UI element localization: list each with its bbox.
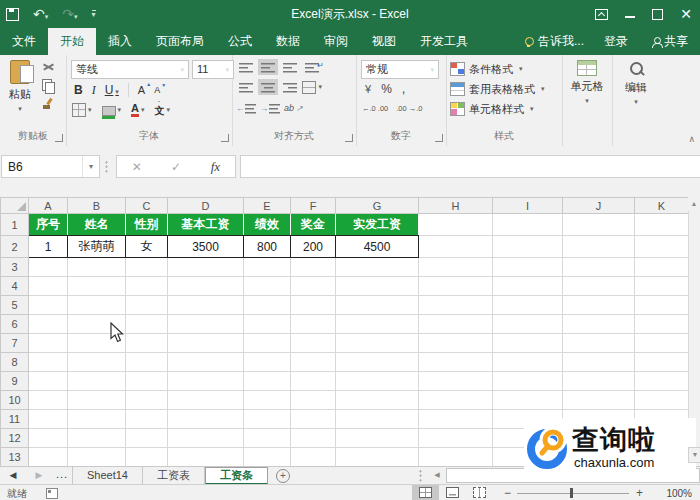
cancel-icon[interactable]: ✕ [117,160,156,174]
cell-F2[interactable]: 200 [291,236,336,258]
tab-view[interactable]: 视图 [360,28,408,55]
cell-D7[interactable] [168,334,244,353]
cell-E6[interactable] [244,315,291,334]
cell-A10[interactable] [29,391,68,410]
cell-A11[interactable] [29,410,68,429]
increase-indent-button[interactable] [260,100,280,116]
cell-F9[interactable] [291,372,336,391]
italic-button[interactable]: I [92,83,96,98]
cell-B5[interactable] [68,296,126,315]
cell-J8[interactable] [563,353,635,372]
cell-D10[interactable] [168,391,244,410]
cell-B1[interactable]: 姓名 [68,214,126,236]
cell-I5[interactable] [493,296,563,315]
cell-B4[interactable] [68,277,126,296]
hscroll-left-icon[interactable]: ◀ [430,468,444,482]
tab-data[interactable]: 数据 [264,28,312,55]
cell-A7[interactable] [29,334,68,353]
cell-K9[interactable] [635,372,689,391]
column-header-D[interactable]: D [168,198,244,214]
borders-button[interactable] [72,103,92,117]
cell-C11[interactable] [126,410,168,429]
align-left-button[interactable] [236,79,256,95]
column-header-J[interactable]: J [563,198,635,214]
name-box[interactable]: B6 ▾ [1,155,100,178]
zoom-level[interactable]: 100% [666,488,692,499]
cell-I8[interactable] [493,353,563,372]
cell-E13[interactable] [244,448,291,467]
cell-A4[interactable] [29,277,68,296]
top-align-button[interactable] [236,59,256,75]
cell-E9[interactable] [244,372,291,391]
number-format-combo[interactable]: 常规 ▾ [361,60,439,79]
cell-H8[interactable] [419,353,493,372]
cell-A13[interactable] [29,448,68,467]
percent-style-button[interactable]: % [381,82,392,96]
number-dialog-launcher-icon[interactable] [435,134,443,142]
cell-B3[interactable] [68,258,126,277]
cell-B8[interactable] [68,353,126,372]
font-dialog-launcher-icon[interactable] [221,134,229,142]
row-header-12[interactable]: 12 [1,429,29,448]
cell-G10[interactable] [336,391,419,410]
fill-color-button[interactable] [102,105,122,116]
row-header-10[interactable]: 10 [1,391,29,410]
tab-review[interactable]: 审阅 [312,28,360,55]
cell-I1[interactable] [493,214,563,236]
cell-F1[interactable]: 奖金 [291,214,336,236]
cell-K1[interactable] [635,214,689,236]
row-header-5[interactable]: 5 [1,296,29,315]
cell-G3[interactable] [336,258,419,277]
cell-D11[interactable] [168,410,244,429]
cell-A1[interactable]: 序号 [29,214,68,236]
cell-B10[interactable] [68,391,126,410]
redo-button[interactable]: ↷▾ [62,5,77,23]
formula-bar-divider[interactable] [105,160,108,173]
tell-me-box[interactable]: 告诉我... [517,28,592,55]
bottom-align-button[interactable] [280,59,300,75]
bold-button[interactable]: B [74,83,83,97]
cell-H5[interactable] [419,296,493,315]
cell-C10[interactable] [126,391,168,410]
cell-J9[interactable] [563,372,635,391]
cell-D5[interactable] [168,296,244,315]
cell-K6[interactable] [635,315,689,334]
middle-align-button[interactable] [258,59,278,75]
sign-in-button[interactable]: 登录 [592,28,640,55]
sheet-tab-gongzibiao[interactable]: 工资表 [143,467,205,485]
column-header-H[interactable]: H [419,198,493,214]
cell-D6[interactable] [168,315,244,334]
cell-H1[interactable] [419,214,493,236]
tab-formulas[interactable]: 公式 [216,28,264,55]
cells-button[interactable]: 单元格 ▾ [562,60,612,105]
minimize-icon[interactable] [625,16,635,18]
normal-view-button[interactable] [412,485,439,500]
cell-D8[interactable] [168,353,244,372]
row-header-9[interactable]: 9 [1,372,29,391]
column-header-F[interactable]: F [291,198,336,214]
tab-home[interactable]: 开始 [48,28,96,55]
sheet-tab-sheet14[interactable]: Sheet14 [73,467,143,485]
comma-style-button[interactable]: , [402,85,406,93]
zoom-slider-thumb[interactable] [570,488,573,498]
cell-H11[interactable] [419,410,493,429]
column-header-I[interactable]: I [493,198,563,214]
column-header-G[interactable]: G [336,198,419,214]
cell-F12[interactable] [291,429,336,448]
cell-A9[interactable] [29,372,68,391]
cell-H9[interactable] [419,372,493,391]
cell-J10[interactable] [563,391,635,410]
cell-J6[interactable] [563,315,635,334]
tab-file[interactable]: 文件 [0,28,48,55]
cell-C3[interactable] [126,258,168,277]
new-sheet-button[interactable]: + [268,467,298,485]
cell-B2[interactable]: 张萌萌 [68,236,126,258]
cell-F10[interactable] [291,391,336,410]
formula-input[interactable] [240,155,700,178]
cell-E5[interactable] [244,296,291,315]
cell-H7[interactable] [419,334,493,353]
cell-G4[interactable] [336,277,419,296]
align-center-button[interactable] [258,79,278,95]
cell-G12[interactable] [336,429,419,448]
cell-K3[interactable] [635,258,689,277]
